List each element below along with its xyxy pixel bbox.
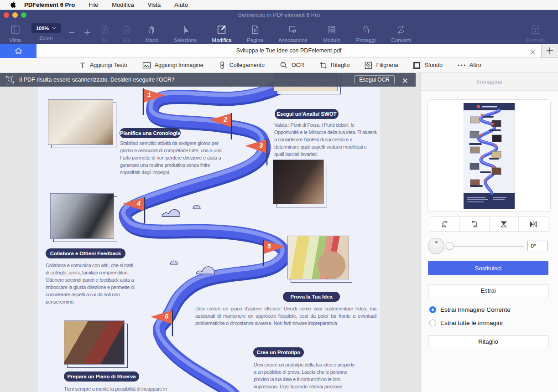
ocr-label: OCR xyxy=(292,62,304,68)
apple-icon[interactable] xyxy=(10,1,17,9)
flag-4: 4 xyxy=(121,196,146,225)
more-label: Altro xyxy=(469,62,481,68)
add-text-label: Aggiungi Testo xyxy=(90,62,127,68)
section-title-cronologia: Pianifica una Cronologia xyxy=(120,128,181,138)
radio-current-label: Estrai Immagine Corrente xyxy=(440,306,511,313)
window-title: Benvenuto in PDFelement 6 Pro xyxy=(0,10,558,20)
menu-file[interactable]: File xyxy=(89,1,98,8)
lock-icon xyxy=(360,23,371,36)
photo-backup-couple[interactable] xyxy=(64,320,125,365)
flip-vertical-button[interactable] xyxy=(489,217,519,231)
edit-toolbar: Aggiungi Testo Aggiungi Immagine Collega… xyxy=(0,58,558,73)
section-body-cronologia: Stabilisci semplici attività da svolgere… xyxy=(120,140,229,176)
edit-pencil-icon xyxy=(216,23,227,36)
convert-tool[interactable]: Converti xyxy=(391,23,411,43)
extract-button[interactable]: Estrai xyxy=(428,284,548,297)
annotation-tool[interactable]: Annotazione xyxy=(278,23,308,43)
home-icon xyxy=(13,46,24,56)
page-tool[interactable]: Pagina xyxy=(247,23,263,43)
convert-label: Converti xyxy=(391,37,411,43)
rotate-right-button[interactable] xyxy=(459,217,489,231)
document-tab-title: Sviluppa le Tue Idee con PDFelement.pdf xyxy=(37,44,541,57)
edit-tool[interactable]: Modifica xyxy=(212,23,232,43)
menu-vista[interactable]: Vista xyxy=(148,1,161,8)
background-button[interactable]: Sfondo xyxy=(413,62,443,69)
menu-aiuto[interactable]: Aiuto xyxy=(174,1,188,8)
background-label: Sfondo xyxy=(424,62,443,68)
link-icon xyxy=(219,61,226,69)
form-tool[interactable]: Modulo xyxy=(323,23,340,43)
photo-sketching[interactable] xyxy=(48,99,113,145)
image-panel-header: Immagine xyxy=(421,73,558,91)
rotation-knob[interactable] xyxy=(428,238,444,254)
macos-menu-bar: PDFelement 6 Pro File Modifica Vista Aiu… xyxy=(0,0,558,10)
radio-unselected-icon[interactable] xyxy=(429,320,436,326)
flip-vertical-icon xyxy=(499,220,508,229)
cloud-icon xyxy=(169,260,178,265)
pdf-page[interactable]: Ispirato? È importante scriverlo così da… xyxy=(38,73,380,392)
replace-button[interactable]: Sostituisci xyxy=(428,261,548,275)
rotate-left-button[interactable] xyxy=(430,217,459,231)
link-button[interactable]: Collegamento xyxy=(219,61,265,69)
main-area: Ispirato? È importante scriverlo così da… xyxy=(0,73,558,392)
document-tab[interactable]: Sviluppa le Tue Idee con PDFelement.pdf xyxy=(37,44,541,58)
radio-selected-icon[interactable] xyxy=(429,306,436,313)
new-tab-button[interactable] xyxy=(541,44,558,58)
select-cursor-icon xyxy=(180,23,191,36)
menu-app-name[interactable]: PDFelement 6 Pro xyxy=(24,1,75,8)
rotation-slider-handle[interactable] xyxy=(446,242,454,250)
section-title-swot: Esegui un'Analisi SWOT xyxy=(275,109,339,119)
plus-icon xyxy=(546,47,553,54)
photo-feedback-woman[interactable] xyxy=(50,193,114,239)
photo-color-swatches[interactable] xyxy=(287,236,349,279)
menu-modifica[interactable]: Modifica xyxy=(112,1,134,8)
rotation-input[interactable] xyxy=(527,241,548,251)
zoom-window-button[interactable] xyxy=(21,12,26,18)
flag-6: 6 xyxy=(149,309,174,338)
section-body-feedback: Collabora e comunica con altri, che si t… xyxy=(46,262,136,306)
protect-tool[interactable]: Proteggi xyxy=(356,23,376,43)
tab-close-icon[interactable] xyxy=(530,48,535,57)
format-tool: Formato xyxy=(526,23,546,43)
radio-extract-all[interactable]: Estrai tutte le immagini xyxy=(429,320,503,326)
convert-icon xyxy=(396,23,407,36)
image-thumbnail-box[interactable] xyxy=(428,99,551,212)
rotate-right-icon xyxy=(470,220,479,229)
form-icon xyxy=(326,23,337,36)
ocr-button[interactable]: OCR xyxy=(280,61,304,69)
rotation-slider-track[interactable] xyxy=(449,246,524,247)
crop-button[interactable]: Ritaglio xyxy=(319,62,350,69)
page-grid-icon xyxy=(250,23,261,36)
crop-label: Ritaglio xyxy=(331,62,350,68)
zoom-dropdown[interactable]: 100% xyxy=(31,23,61,33)
add-image-button[interactable]: Aggiungi Immagine xyxy=(142,62,203,69)
chevron-down-icon xyxy=(52,27,56,30)
transform-button-row xyxy=(430,217,548,232)
watermark-button[interactable]: Filigrana xyxy=(365,62,398,69)
zoom-out-button[interactable] xyxy=(68,29,75,37)
radio-extract-current[interactable]: Estrai Immagine Corrente xyxy=(429,306,511,313)
minimize-window-button[interactable] xyxy=(12,12,18,18)
vista-tool[interactable]: Vista xyxy=(9,23,21,43)
section-title-prova: Prova la Tua Idea xyxy=(283,292,340,302)
photo-swot-woman[interactable] xyxy=(273,160,324,204)
cloud-icon xyxy=(195,266,215,275)
notification-close-icon[interactable] xyxy=(402,77,408,85)
zoom-label: Zoom xyxy=(39,35,52,41)
format-panel-icon xyxy=(530,23,541,36)
flip-horizontal-icon xyxy=(529,220,538,229)
close-window-button[interactable] xyxy=(4,12,9,18)
protect-label: Proteggi xyxy=(356,37,376,43)
hand-tool[interactable]: Mano xyxy=(146,23,159,43)
more-button[interactable]: Altro xyxy=(458,62,481,68)
more-dots-icon xyxy=(458,64,466,67)
home-button[interactable] xyxy=(0,44,37,58)
select-tool[interactable]: Seleziona xyxy=(174,23,197,43)
run-ocr-button[interactable]: Esegui OCR xyxy=(354,75,395,84)
add-text-button[interactable]: Aggiungi Testo xyxy=(78,62,127,69)
crop-panel-button[interactable]: Ritaglio xyxy=(428,335,548,348)
crop-icon xyxy=(319,62,327,69)
zoom-in-button[interactable] xyxy=(84,29,90,37)
page-up-tool: Su xyxy=(99,23,110,43)
flip-horizontal-button[interactable] xyxy=(518,217,548,231)
